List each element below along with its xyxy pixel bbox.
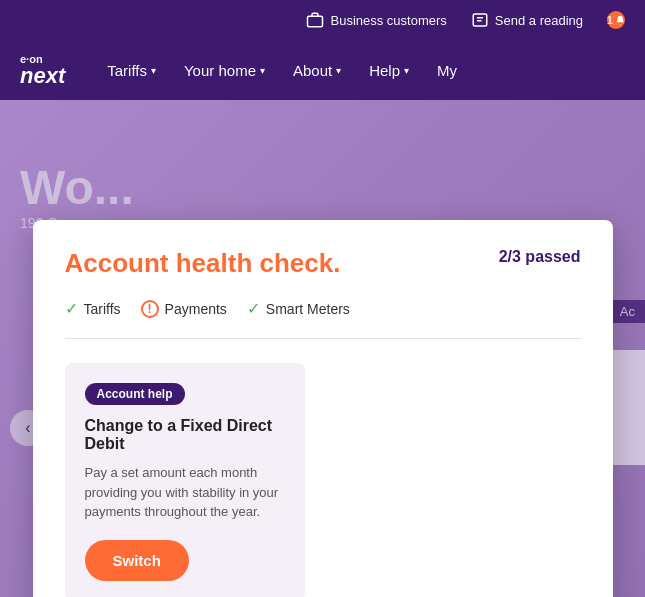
svg-rect-0 <box>308 16 323 27</box>
check-smart-meters-label: Smart Meters <box>266 301 350 317</box>
nav-help-label: Help <box>369 62 400 79</box>
logo[interactable]: e·on next <box>20 54 65 87</box>
nav-item-my[interactable]: My <box>425 54 469 87</box>
about-chevron-icon: ▾ <box>336 65 341 76</box>
bell-icon <box>615 13 625 27</box>
account-health-modal: Account health check. 2/3 passed ✓ Tarif… <box>33 220 613 597</box>
check-payments: ! Payments <box>141 300 227 318</box>
meter-icon <box>471 11 489 29</box>
help-chevron-icon: ▾ <box>404 65 409 76</box>
send-reading-label: Send a reading <box>495 13 583 28</box>
business-customers-label: Business customers <box>330 13 446 28</box>
info-card: Account help Change to a Fixed Direct De… <box>65 363 305 597</box>
card-title: Change to a Fixed Direct Debit <box>85 417 285 453</box>
check-tariffs-icon: ✓ <box>65 299 78 318</box>
nav-items: Tariffs ▾ Your home ▾ About ▾ Help ▾ My <box>95 54 625 87</box>
nav-item-help[interactable]: Help ▾ <box>357 54 421 87</box>
top-bar: Business customers Send a reading 1 <box>0 0 645 40</box>
tariffs-chevron-icon: ▾ <box>151 65 156 76</box>
main-background: Wo... 192 G... Ac ‹ › t paym payme ment … <box>0 100 645 597</box>
modal-title: Account health check. <box>65 248 341 279</box>
card-badge: Account help <box>85 383 185 405</box>
nav-item-your-home[interactable]: Your home ▾ <box>172 54 277 87</box>
business-customers-link[interactable]: Business customers <box>306 11 446 29</box>
briefcase-icon <box>306 11 324 29</box>
send-reading-link[interactable]: Send a reading <box>471 11 583 29</box>
nav-item-about[interactable]: About ▾ <box>281 54 353 87</box>
nav-about-label: About <box>293 62 332 79</box>
card-description: Pay a set amount each month providing yo… <box>85 463 285 522</box>
check-payments-label: Payments <box>165 301 227 317</box>
your-home-chevron-icon: ▾ <box>260 65 265 76</box>
modal-header: Account health check. 2/3 passed <box>65 248 581 279</box>
notification-count: 1 <box>607 15 613 26</box>
switch-button[interactable]: Switch <box>85 540 189 581</box>
nav-tariffs-label: Tariffs <box>107 62 147 79</box>
check-smart-meters-icon: ✓ <box>247 299 260 318</box>
nav-my-label: My <box>437 62 457 79</box>
check-payments-warn-icon: ! <box>141 300 159 318</box>
modal-overlay: Account health check. 2/3 passed ✓ Tarif… <box>0 100 645 597</box>
notification-badge[interactable]: 1 <box>607 11 625 29</box>
check-tariffs: ✓ Tariffs <box>65 299 121 318</box>
nav-your-home-label: Your home <box>184 62 256 79</box>
check-smart-meters: ✓ Smart Meters <box>247 299 350 318</box>
modal-passed-label: 2/3 passed <box>499 248 581 266</box>
nav-item-tariffs[interactable]: Tariffs ▾ <box>95 54 168 87</box>
check-tariffs-label: Tariffs <box>84 301 121 317</box>
nav-bar: e·on next Tariffs ▾ Your home ▾ About ▾ … <box>0 40 645 100</box>
logo-next-text: next <box>20 65 65 87</box>
modal-checks: ✓ Tariffs ! Payments ✓ Smart Meters <box>65 299 581 339</box>
